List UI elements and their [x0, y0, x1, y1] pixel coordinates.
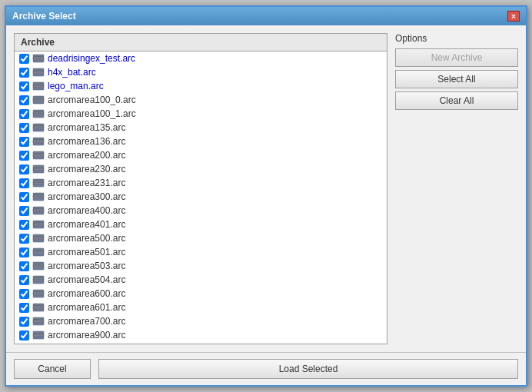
file-name: lego_man.arc [48, 81, 104, 91]
list-item[interactable]: arcromarea504.arc [15, 273, 387, 287]
file-checkbox[interactable] [19, 275, 29, 285]
list-item[interactable]: arcromarea503.arc [15, 259, 387, 273]
file-checkbox[interactable] [19, 247, 29, 257]
svg-rect-17 [33, 112, 44, 114]
close-button[interactable]: × [507, 11, 520, 22]
archive-icon [32, 234, 45, 243]
file-name: arcromarea300.arc [48, 191, 125, 202]
list-item[interactable]: arcromarea600.arc [15, 287, 387, 301]
list-item[interactable]: h4x_bat.arc [15, 65, 387, 79]
file-checkbox[interactable] [19, 151, 29, 161]
svg-rect-2 [33, 58, 44, 60]
svg-rect-16 [33, 110, 44, 112]
list-item[interactable]: arcromarea135.arc [15, 121, 387, 135]
file-checkbox[interactable] [19, 220, 29, 230]
list-item[interactable]: arcromarea100_1.arc [15, 107, 387, 121]
list-item[interactable]: arcromarea200.arc [15, 148, 387, 162]
svg-rect-63 [33, 267, 44, 270]
cancel-button[interactable]: Cancel [14, 359, 91, 379]
new-archive-button[interactable]: New Archive [395, 48, 518, 67]
file-checkbox[interactable] [19, 68, 29, 78]
file-checkbox[interactable] [19, 109, 29, 119]
svg-rect-28 [33, 151, 44, 154]
clear-all-button[interactable]: Clear All [395, 91, 518, 110]
svg-rect-26 [33, 141, 44, 143]
file-name: arcromarea230.arc [48, 164, 125, 174]
list-item[interactable]: arcromarea700.arc [15, 314, 387, 328]
file-checkbox[interactable] [19, 81, 29, 91]
select-all-button[interactable]: Select All [395, 70, 518, 88]
list-item[interactable]: deadrisingex_test.arc [15, 51, 387, 65]
svg-rect-59 [33, 254, 44, 256]
svg-rect-20 [33, 124, 44, 126]
archive-icon [32, 220, 45, 229]
file-checkbox[interactable] [19, 95, 29, 105]
svg-rect-62 [33, 266, 44, 267]
svg-rect-30 [33, 155, 44, 157]
svg-rect-54 [33, 238, 44, 240]
file-name: h4x_bat.arc [48, 67, 96, 78]
svg-rect-11 [33, 88, 44, 90]
archive-header: Archive [15, 34, 387, 51]
svg-rect-13 [33, 98, 44, 100]
list-item[interactable]: arcromarea136.arc [15, 135, 387, 148]
svg-rect-22 [33, 128, 44, 129]
svg-rect-50 [33, 224, 44, 226]
list-item[interactable]: arcromarea230.arc [15, 162, 387, 176]
list-item[interactable]: arcromarea231.arc [15, 176, 387, 190]
file-name: arcromarea401.arc [48, 219, 125, 230]
svg-rect-38 [33, 183, 44, 184]
svg-rect-15 [33, 101, 44, 104]
file-checkbox[interactable] [19, 303, 29, 313]
svg-rect-47 [33, 212, 44, 214]
archive-icon [32, 164, 45, 174]
list-item[interactable]: arcromarea601.arc [15, 301, 387, 314]
list-item[interactable]: arcromarea500.arc [15, 231, 387, 245]
file-checkbox[interactable] [19, 331, 29, 341]
archive-icon [32, 95, 45, 105]
archive-icon [32, 68, 45, 77]
file-name: arcromarea231.arc [48, 178, 125, 188]
archive-icon [32, 151, 45, 160]
list-item[interactable]: arcromarea401.arc [15, 218, 387, 231]
file-name: arcromarea900.arc [48, 330, 125, 341]
file-name: arcromarea503.arc [48, 261, 125, 271]
dialog-content: Archive deadrisingex_test.arc h4x_bat.ar… [6, 25, 526, 352]
list-item[interactable]: arcromarea300.arc [15, 190, 387, 204]
file-checkbox[interactable] [19, 289, 29, 299]
list-item[interactable]: arcromarea400.arc [15, 204, 387, 218]
list-item[interactable]: arcromarea100_0.arc [15, 93, 387, 107]
archive-list[interactable]: deadrisingex_test.arc h4x_bat.arc lego_m… [15, 51, 387, 344]
svg-rect-76 [33, 317, 44, 320]
archive-select-dialog: Archive Select × Archive deadrisingex_te… [5, 5, 527, 387]
archive-icon [32, 178, 45, 188]
svg-rect-57 [33, 251, 44, 252]
file-checkbox[interactable] [19, 261, 29, 271]
file-checkbox[interactable] [19, 234, 29, 244]
archive-icon [32, 331, 45, 340]
file-checkbox[interactable] [19, 54, 29, 64]
file-checkbox[interactable] [19, 164, 29, 174]
svg-rect-58 [33, 252, 44, 254]
file-name: arcromarea500.arc [48, 233, 125, 244]
file-checkbox[interactable] [19, 192, 29, 202]
svg-rect-25 [33, 140, 44, 141]
svg-rect-40 [33, 193, 44, 195]
load-selected-button[interactable]: Load Selected [98, 359, 518, 379]
svg-rect-73 [33, 306, 44, 307]
svg-rect-33 [33, 168, 44, 169]
file-checkbox[interactable] [19, 123, 29, 133]
list-item[interactable]: arcromarea900.arc [15, 328, 387, 342]
archive-panel: Archive deadrisingex_test.arc h4x_bat.ar… [14, 33, 387, 344]
list-item[interactable]: lego_man.arc [15, 79, 387, 93]
svg-rect-7 [33, 74, 44, 76]
file-name: arcromarea135.arc [48, 122, 125, 133]
svg-rect-60 [33, 262, 44, 264]
svg-rect-32 [33, 165, 44, 168]
file-checkbox[interactable] [19, 206, 29, 216]
file-checkbox[interactable] [19, 317, 29, 327]
svg-rect-24 [33, 138, 44, 140]
file-checkbox[interactable] [19, 137, 29, 147]
file-checkbox[interactable] [19, 178, 29, 188]
list-item[interactable]: arcromarea501.arc [15, 245, 387, 259]
